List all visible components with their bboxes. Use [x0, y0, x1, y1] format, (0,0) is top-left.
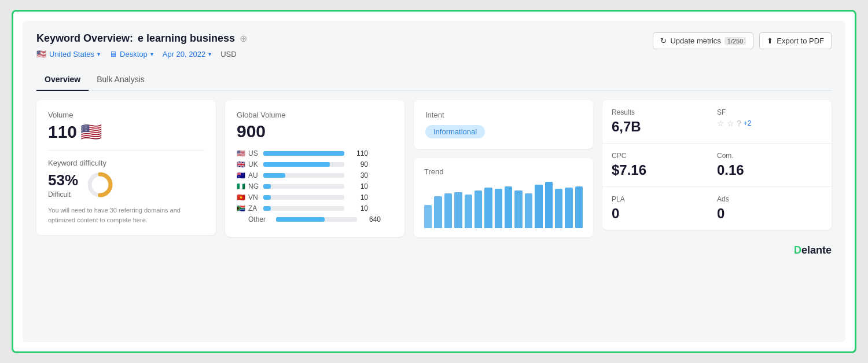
- volume-value: 110 🇺🇸: [48, 122, 204, 142]
- trend-bar-14: [565, 188, 572, 228]
- export-pdf-button[interactable]: ⬆ Export to PDF: [759, 32, 832, 49]
- cpc-com-row: CPC $7.16 Com. 0.16: [602, 144, 832, 187]
- cpc-cell: CPC $7.16: [612, 152, 717, 178]
- device-filter[interactable]: 🖥 Desktop ▾: [109, 50, 153, 58]
- export-label: Export to PDF: [777, 36, 824, 45]
- trend-bar-1: [434, 196, 442, 228]
- bar-track-vn: [263, 195, 344, 200]
- update-metrics-label: Update metrics: [670, 36, 720, 45]
- volume-card: Volume 110 🇺🇸 Keyword difficulty 53% Dif…: [36, 100, 216, 235]
- metrics-card: Results 6,7B SF ☆ ☆ ? +2: [602, 100, 832, 230]
- other-label: Other: [248, 215, 273, 223]
- kd-value-wrapper: 53% Difficult: [48, 171, 78, 199]
- sf-question-icon: ?: [737, 119, 741, 128]
- trend-card: Trend: [414, 158, 593, 237]
- trend-bar-13: [555, 189, 562, 228]
- trend-bar-5: [475, 190, 482, 228]
- add-keyword-icon[interactable]: ⊕: [240, 33, 247, 44]
- bar-num-other: 640: [361, 215, 381, 223]
- cpc-label: CPC: [612, 152, 717, 160]
- trend-bar-4: [465, 195, 472, 228]
- trend-bar-6: [484, 188, 492, 228]
- update-metrics-button[interactable]: ↻ Update metrics 1/250: [653, 32, 753, 49]
- tab-bulk-analysis[interactable]: Bulk Analysis: [89, 70, 152, 91]
- cpc-value: $7.16: [612, 162, 717, 178]
- ads-value: 0: [717, 206, 822, 222]
- pla-ads-row: PLA 0 Ads 0: [602, 187, 832, 230]
- bar-row-vn: 🇻🇳 VN 10: [237, 193, 393, 201]
- code-za: ZA: [248, 204, 260, 212]
- page-title-label: Keyword Overview:: [36, 32, 133, 45]
- flag-za: 🇿🇦: [237, 204, 245, 212]
- branding: Delante: [36, 244, 832, 256]
- date-chevron-icon: ▾: [208, 51, 211, 57]
- filters-row: 🇺🇸 United States ▾ 🖥 Desktop ▾ Apr 20, 2…: [36, 49, 247, 58]
- pla-label: PLA: [612, 195, 717, 203]
- device-label: Desktop: [120, 50, 148, 58]
- kd-label: Keyword difficulty: [48, 159, 204, 167]
- trend-bar-11: [535, 185, 542, 228]
- global-volume-value: 900: [237, 122, 393, 141]
- results-sf-row: Results 6,7B SF ☆ ☆ ? +2: [602, 100, 832, 144]
- bar-track-za: [263, 206, 344, 211]
- header-left: Keyword Overview: e learning business ⊕ …: [36, 32, 247, 64]
- intent-badge: Informational: [425, 125, 485, 138]
- outer-container: Keyword Overview: e learning business ⊕ …: [12, 10, 856, 353]
- bar-num-za: 10: [348, 204, 368, 212]
- com-label: Com.: [717, 152, 822, 160]
- pla-value: 0: [612, 206, 717, 222]
- volume-flag-icon: 🇺🇸: [80, 122, 102, 142]
- com-value: 0.16: [717, 162, 822, 178]
- keyword-text: e learning business: [138, 32, 235, 45]
- global-volume-card: Global Volume 900 🇺🇸 US 110 🇬🇧: [225, 100, 404, 237]
- country-chevron-icon: ▾: [97, 51, 100, 57]
- brand-name: Delante: [794, 244, 832, 256]
- sf-cell: SF ☆ ☆ ? +2: [717, 108, 822, 135]
- trend-bar-10: [525, 193, 532, 228]
- country-bars: 🇺🇸 US 110 🇬🇧 UK 90: [237, 149, 393, 223]
- bar-num-vn: 10: [348, 193, 368, 201]
- date-label: Apr 20, 2022: [163, 50, 205, 58]
- sf-label: SF: [717, 108, 822, 116]
- currency-label: USD: [220, 50, 236, 58]
- device-chevron-icon: ▾: [150, 51, 153, 57]
- trend-bar-9: [514, 190, 522, 228]
- com-cell: Com. 0.16: [717, 152, 822, 178]
- flag-vn: 🇻🇳: [237, 193, 245, 201]
- country-label: United States: [49, 50, 94, 58]
- flag-ng: 🇳🇬: [237, 182, 245, 190]
- bar-track-au: [263, 173, 344, 178]
- brand-rest: elante: [801, 244, 832, 256]
- trend-chart: [424, 182, 583, 228]
- bar-num-uk: 90: [348, 160, 368, 168]
- refresh-icon: ↻: [660, 36, 667, 45]
- volume-divider: [48, 150, 204, 151]
- sf-star2-icon: ☆: [727, 119, 734, 128]
- country-filter[interactable]: 🇺🇸 United States ▾: [36, 49, 100, 58]
- bar-fill-ng: [263, 184, 271, 189]
- bar-track-us: [263, 151, 344, 156]
- update-count-badge: 1/250: [724, 37, 746, 45]
- bar-track-ng: [263, 184, 344, 189]
- results-value: 6,7B: [612, 119, 717, 135]
- header-right: ↻ Update metrics 1/250 ⬆ Export to PDF: [653, 32, 832, 49]
- kd-row: 53% Difficult: [48, 171, 204, 199]
- tab-overview[interactable]: Overview: [36, 70, 89, 91]
- volume-label: Volume: [48, 111, 204, 119]
- ads-cell: Ads 0: [717, 195, 822, 222]
- bar-row-uk: 🇬🇧 UK 90: [237, 160, 393, 168]
- pla-cell: PLA 0: [612, 195, 717, 222]
- bar-row-ng: 🇳🇬 NG 10: [237, 182, 393, 190]
- bar-num-au: 30: [348, 171, 368, 179]
- header: Keyword Overview: e learning business ⊕ …: [36, 32, 832, 64]
- cards-grid: Volume 110 🇺🇸 Keyword difficulty 53% Dif…: [36, 100, 832, 237]
- results-cell: Results 6,7B: [612, 108, 717, 135]
- trend-bar-8: [505, 186, 512, 228]
- global-volume-label: Global Volume: [237, 111, 393, 119]
- bar-row-us: 🇺🇸 US 110: [237, 149, 393, 157]
- bar-track-uk: [263, 162, 344, 167]
- kd-status: Difficult: [48, 190, 78, 199]
- kd-donut-chart: [86, 171, 114, 199]
- date-filter[interactable]: Apr 20, 2022 ▾: [163, 50, 211, 58]
- results-label: Results: [612, 108, 717, 116]
